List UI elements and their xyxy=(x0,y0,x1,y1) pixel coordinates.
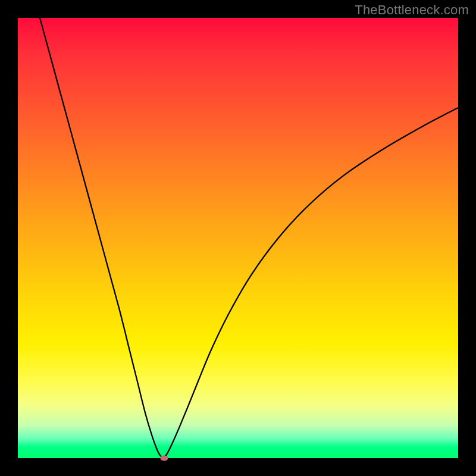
chart-frame: TheBottleneck.com xyxy=(0,0,476,476)
plot-area xyxy=(18,18,458,458)
curve-path xyxy=(40,18,458,458)
watermark-text: TheBottleneck.com xyxy=(355,2,469,18)
min-point-dot xyxy=(160,456,168,461)
bottleneck-curve xyxy=(18,18,458,458)
